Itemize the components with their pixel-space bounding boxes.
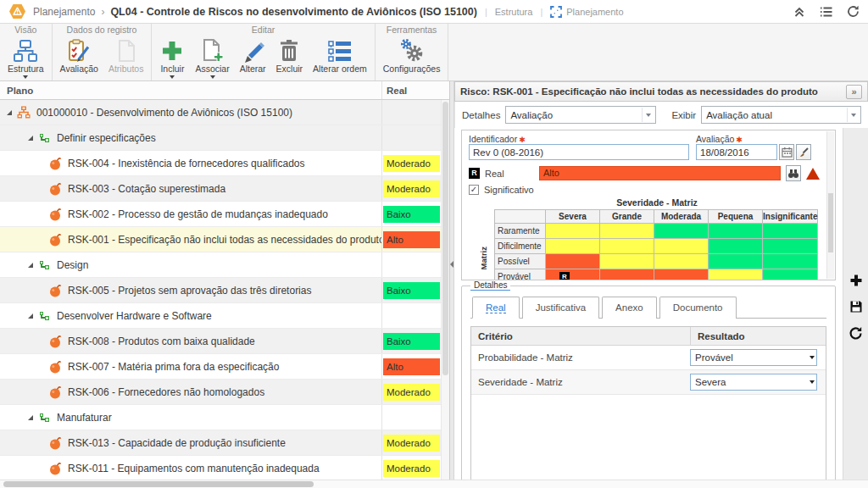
calendar-icon[interactable] <box>779 144 794 160</box>
identificador-input[interactable]: Rev 0 (08-2016) <box>469 144 689 160</box>
configuracoes-button[interactable]: Configurações <box>378 36 446 74</box>
tab-justificativa[interactable]: Justificativa <box>522 297 599 319</box>
real-cell: Moderado <box>381 176 441 201</box>
ribbon-group-ferramentas: Ferramentas Configurações <box>376 24 449 80</box>
button-label: Estrutura <box>8 64 44 74</box>
matrix-row-header: Possível <box>495 254 546 269</box>
avaliacao-date-input[interactable]: 18/08/2016 <box>696 144 777 160</box>
expand-caret-icon[interactable] <box>28 313 33 319</box>
panel-splitter[interactable] <box>450 81 454 480</box>
tree-row[interactable]: Definir especificações <box>0 125 441 151</box>
matrix-row-header: Raramente <box>495 224 546 239</box>
associar-button[interactable]: Associar <box>190 36 234 79</box>
plan-tree: 001000010 - Desenvolvimento de Aviônicos… <box>0 100 441 480</box>
alterar-ordem-button[interactable]: Alterar ordem <box>308 36 372 74</box>
tree-item: RSK-006 - Fornecedores não homologados <box>0 385 381 399</box>
real-cell: Alto <box>381 227 441 252</box>
criteria-result-cell: Provável <box>690 349 826 366</box>
tree-row[interactable]: RSK-006 - Fornecedores não homologadosMo… <box>0 380 441 405</box>
tree-item: RSK-013 - Capacidade de produção insufic… <box>0 436 381 450</box>
expand-caret-icon[interactable] <box>28 263 33 268</box>
column-header-criterio: Critério <box>471 331 690 341</box>
tree-item-label: Manufaturar <box>57 412 112 424</box>
tree-row[interactable]: RSK-007 - Matéria prima fora da especifi… <box>0 354 441 380</box>
tab-documento[interactable]: Documento <box>659 297 737 319</box>
refresh-icon[interactable] <box>847 5 860 18</box>
result-select[interactable]: Provável <box>690 349 817 366</box>
warning-triangle-icon <box>806 168 820 180</box>
tree-row[interactable]: RSK-005 - Projetos sem aprovação das trê… <box>0 278 441 303</box>
breadcrumb-separator: › <box>101 6 104 18</box>
splitter-collapse-handle[interactable] <box>450 261 453 268</box>
collapse-all-icon[interactable] <box>793 6 805 18</box>
tree-item-label: Definir especificações <box>57 132 156 144</box>
expand-caret-icon[interactable] <box>28 415 33 420</box>
list-view-icon[interactable] <box>820 6 832 18</box>
tree-item: RSK-007 - Matéria prima fora da especifi… <box>0 360 381 374</box>
exibir-select[interactable]: Avaliação atual <box>701 106 861 124</box>
tree-row[interactable]: RSK-004 - Inexistência de fornecedores q… <box>0 151 441 176</box>
scrollbar-thumb[interactable] <box>828 193 833 252</box>
atributos-button: Atributos <box>103 36 148 74</box>
detalhes-select[interactable]: Avaliação <box>505 106 656 124</box>
expand-caret-icon[interactable] <box>7 110 12 115</box>
side-action-toolbar <box>843 128 868 480</box>
brush-icon[interactable] <box>796 144 811 160</box>
tree-row[interactable]: RSK-008 - Produtos com baixa qualidadeBa… <box>0 329 441 354</box>
criteria-table: Critério Resultado Probabilidade - Matri… <box>470 326 826 480</box>
tree-row[interactable]: Manufaturar <box>0 405 441 430</box>
binoculars-icon[interactable] <box>786 165 801 181</box>
scrollbar-thumb[interactable] <box>3 481 314 487</box>
avaliacao-button[interactable]: Avaliação <box>55 36 103 74</box>
estrutura-button[interactable]: Estrutura <box>3 36 49 79</box>
incluir-button[interactable]: Incluir <box>154 36 190 79</box>
tree-row[interactable]: RSK-002 - Processo de gestão de mudanças… <box>0 202 441 227</box>
add-icon[interactable] <box>849 274 863 287</box>
divider: | <box>540 7 542 17</box>
result-select[interactable]: Severa <box>690 374 817 391</box>
panel-collapse-button[interactable]: » <box>846 85 862 99</box>
tree-vertical-scrollbar[interactable] <box>441 100 449 480</box>
horizontal-scrollbar[interactable] <box>0 480 868 488</box>
excluir-button[interactable]: Excluir <box>271 36 309 74</box>
matrix-cell <box>546 239 600 254</box>
matrix-cell <box>600 224 654 239</box>
real-cell <box>381 125 441 150</box>
save-icon[interactable] <box>849 300 863 313</box>
alterar-button[interactable]: Alterar <box>235 36 271 74</box>
box-vertical-scrollbar[interactable] <box>826 131 834 279</box>
tab-anexo[interactable]: Anexo <box>602 297 657 319</box>
refresh-icon[interactable] <box>849 326 863 341</box>
breadcrumb[interactable]: Planejamento <box>33 6 95 18</box>
matrix-cell <box>600 269 654 281</box>
risk-level-badge: Baixo <box>383 206 440 223</box>
tree-row[interactable]: Desenvolver Hardware e Software <box>0 303 441 329</box>
risk-bomb-icon <box>49 157 62 170</box>
risk-panel-title: Risco: RSK-001 - Especificação não inclu… <box>460 86 818 97</box>
top-bar: Planejamento › QL04 - Controle de Riscos… <box>0 0 868 24</box>
real-cell <box>381 100 441 125</box>
scrollbar-thumb[interactable] <box>442 102 448 375</box>
tree-item-label: Desenvolver Hardware e Software <box>57 310 212 322</box>
button-label: Atributos <box>108 64 143 74</box>
column-header-real[interactable]: Real <box>381 81 449 99</box>
avaliacao-label: Avaliação✱ <box>696 134 820 144</box>
matrix-col-header: Pequena <box>709 210 763 224</box>
tree-row[interactable]: RSK-001 - Especificação não inclui todas… <box>0 227 441 252</box>
ribbon-group-editar: Editar Incluir Associar <box>152 24 375 80</box>
plan-tree-panel: Plano Real 001000010 - Desenvolvimento d… <box>0 81 450 480</box>
estrutura-link[interactable]: Estrutura <box>495 7 533 17</box>
significativo-checkbox[interactable]: ✓ <box>469 185 479 195</box>
column-header-plano[interactable]: Plano <box>0 86 381 96</box>
tree-row[interactable]: RSK-003 - Cotação superestimadaModerado <box>0 176 441 202</box>
tree-item-label: RSK-011 - Equipamentos com manutenção in… <box>68 463 320 474</box>
tab-real[interactable]: Real <box>472 297 520 319</box>
planejamento-link[interactable]: Planejamento <box>566 7 623 17</box>
tree-row[interactable]: 001000010 - Desenvolvimento de Aviônicos… <box>0 100 441 125</box>
tree-row[interactable]: Design <box>0 252 441 278</box>
expand-caret-icon[interactable] <box>28 136 33 141</box>
tree-row[interactable]: RSK-011 - Equipamentos com manutenção in… <box>0 456 441 480</box>
top-bar-actions <box>793 5 860 18</box>
tree-row[interactable]: RSK-013 - Capacidade de produção insufic… <box>0 430 441 456</box>
matrix-cell <box>654 239 709 254</box>
